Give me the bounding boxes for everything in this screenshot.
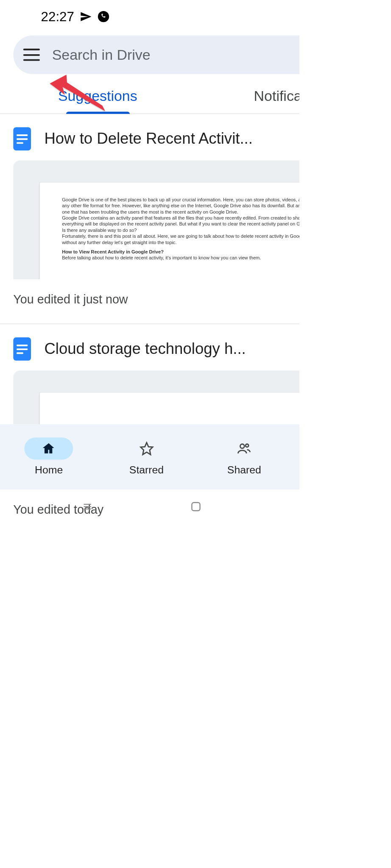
tabs: Suggestions Notifications	[0, 78, 299, 114]
phone-icon	[98, 11, 110, 23]
nav-starred[interactable]: Starred	[98, 424, 195, 490]
tab-notifications[interactable]: Notifications	[196, 78, 299, 113]
docs-icon	[13, 127, 31, 150]
bottom-nav: Home Starred Shared Files	[0, 424, 299, 490]
status-time: 22:27	[41, 9, 74, 25]
system-back-icon[interactable]	[298, 501, 299, 513]
svg-rect-9	[192, 503, 200, 511]
svg-point-4	[240, 444, 245, 448]
file-preview: Google Drive is one of the best places t…	[13, 160, 299, 279]
file-meta: You edited it just now	[13, 292, 299, 307]
nav-files[interactable]: Files	[293, 424, 299, 490]
file-card[interactable]: How to Delete Recent Activit... Google D…	[0, 114, 299, 314]
svg-point-5	[246, 444, 249, 447]
system-menu-icon[interactable]	[81, 501, 94, 512]
annotation-arrow	[47, 68, 114, 123]
system-nav	[0, 490, 299, 524]
nav-home[interactable]: Home	[0, 424, 98, 490]
status-bar: 22:27 0.13 KB/S ✕ 30	[0, 0, 299, 33]
star-icon	[140, 441, 154, 456]
system-home-icon[interactable]	[190, 501, 202, 513]
docs-icon	[13, 337, 31, 361]
file-title: Cloud storage technology h...	[44, 340, 299, 358]
people-icon	[237, 441, 252, 456]
menu-icon[interactable]	[23, 49, 40, 61]
nav-shared[interactable]: Shared	[196, 424, 293, 490]
file-title: How to Delete Recent Activit...	[44, 130, 299, 148]
svg-marker-3	[140, 442, 152, 454]
search-placeholder: Search in Drive	[52, 46, 299, 63]
send-icon	[80, 11, 92, 23]
home-icon	[42, 441, 56, 456]
